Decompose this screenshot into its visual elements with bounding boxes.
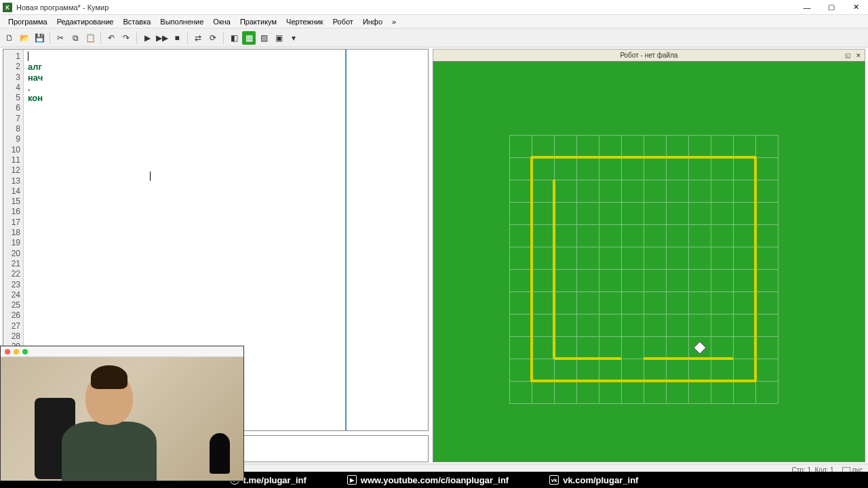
dropdown-icon[interactable]: ▾ [287,31,300,45]
redo-icon[interactable]: ↷ [119,31,133,45]
code-line [28,114,341,124]
window-title: Новая программа* - Кумир [16,3,797,12]
robot-detach-icon[interactable]: ◱ [843,52,852,60]
layout-1-icon[interactable]: ◧ [227,31,241,45]
code-line [28,331,341,342]
code-line [28,197,341,207]
webcam-overlay [0,346,244,481]
editor-side-panel [347,49,428,430]
traffic-light-dot [14,349,19,354]
code-line [28,124,341,134]
traffic-light-dot [5,349,10,354]
secondary-cursor [150,171,151,181]
code-line [28,145,341,155]
code-line: нач [28,73,341,83]
menu-9[interactable]: » [388,16,400,27]
robot-marker [693,341,707,354]
youtube-icon: ▶ [347,475,357,485]
save-file-icon[interactable]: 💾 [33,31,46,45]
wall [554,357,621,360]
open-file-icon[interactable]: 📂 [18,31,31,45]
wall [553,269,555,359]
text-cursor [28,52,28,61]
youtube-link[interactable]: ▶www.youtube.com/c/ioanplugar_inf [347,475,509,485]
menu-2[interactable]: Вставка [119,16,155,27]
vk-link[interactable]: vkvk.com/plugar_inf [549,475,638,485]
title-bar: К Новая программа* - Кумир — ▢ ✕ [0,0,868,15]
toggle-2-icon[interactable]: ⟳ [206,31,220,45]
maximize-button[interactable]: ▢ [822,1,841,14]
menu-bar: ПрограммаРедактированиеВставкаВыполнение… [0,15,868,28]
code-line [28,186,341,197]
layout-2-icon[interactable]: ▨ [257,31,271,45]
robot-panel-title-bar: Робот - нет файла ◱ ✕ [433,49,865,61]
code-line: . [28,83,341,93]
code-line [28,321,341,331]
code-line [28,218,341,228]
minimize-button[interactable]: — [797,1,816,14]
code-line [28,165,341,176]
code-line: алг [28,62,341,72]
robot-panel: Робот - нет файла ◱ ✕ [433,49,865,462]
menu-3[interactable]: Выполнение [156,16,208,27]
wall [644,357,733,360]
robot-field[interactable] [433,61,865,462]
menu-4[interactable]: Окна [209,16,235,27]
stop-icon[interactable]: ■ [170,31,184,45]
code-line [28,207,341,217]
menu-0[interactable]: Программа [4,16,52,27]
menu-1[interactable]: Редактирование [53,16,118,27]
toolbar: 🗋 📂 💾 ✂ ⧉ 📋 ↶ ↷ ▶ ▶▶ ■ ⇄ ⟳ ◧ ▦ ▨ ▣ ▾ [0,28,868,47]
vk-icon: vk [549,475,559,485]
code-line [28,249,341,259]
layout-3-icon[interactable]: ▣ [272,31,285,45]
copy-icon[interactable]: ⧉ [68,31,82,45]
run-icon[interactable]: ▶ [140,31,154,45]
webcam-image [1,357,243,481]
wall [531,380,756,382]
code-line [28,155,341,165]
code-line [28,103,341,113]
code-line [28,280,341,290]
traffic-light-dot [22,349,28,354]
code-line [28,176,341,186]
menu-8[interactable]: Инфо [359,16,387,27]
code-line [28,310,341,321]
app-icon: К [3,3,12,12]
robot-panel-title: Робот - нет файла [620,52,677,59]
code-line [28,259,341,269]
code-line: кон [28,93,341,103]
code-line [28,228,341,238]
menu-5[interactable]: Практикум [236,16,281,27]
code-line [28,238,341,248]
code-line [28,52,341,62]
paste-icon[interactable]: 📋 [83,31,97,45]
robot-close-icon[interactable]: ✕ [854,52,863,60]
code-line [28,269,341,279]
wall [531,156,756,159]
toggle-1-icon[interactable]: ⇄ [191,31,205,45]
layout-grid-icon[interactable]: ▦ [242,31,256,45]
code-line [28,134,341,144]
new-file-icon[interactable]: 🗋 [3,31,16,45]
wall [754,157,757,382]
code-line [28,300,341,310]
cut-icon[interactable]: ✂ [54,31,67,45]
menu-7[interactable]: Робот [329,16,357,27]
webcam-window-chrome [1,346,243,357]
close-button[interactable]: ✕ [846,1,865,14]
step-icon[interactable]: ▶▶ [155,31,169,45]
wall [553,180,555,269]
undo-icon[interactable]: ↶ [104,31,118,45]
menu-6[interactable]: Чертежник [282,16,328,27]
wall [530,157,533,382]
code-line [28,290,341,300]
